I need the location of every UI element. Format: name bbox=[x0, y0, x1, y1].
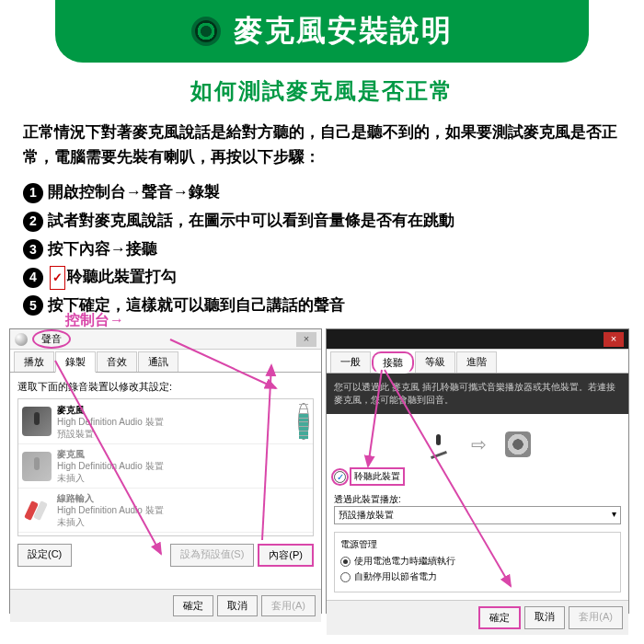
sound-dialog: 控制台→ 聲音 × 播放 錄製 音效 通訊 選取下面的錄音裝置以修改其設定: 麥… bbox=[9, 328, 322, 614]
radio-disable[interactable] bbox=[340, 572, 351, 582]
line-in-icon bbox=[22, 496, 52, 525]
step-num-3: 3 bbox=[23, 239, 43, 259]
level-meter bbox=[298, 403, 309, 440]
hint-text: 您可以透過此 麥克風 插孔聆聽可攜式音樂播放器或其他裝置。若連接麥克風，您可能會… bbox=[327, 374, 628, 414]
list-item[interactable]: 線路輸入 High Definition Audio 裝置 未插入 bbox=[18, 489, 313, 533]
power-title: 電源管理 bbox=[340, 538, 615, 551]
step-num-4: 4 bbox=[23, 268, 43, 288]
tab-sounds[interactable]: 音效 bbox=[97, 351, 137, 372]
list-item[interactable]: 麥克風 High Definition Audio 裝置 未插入 bbox=[18, 444, 313, 489]
speaker-icon bbox=[505, 431, 531, 457]
control-panel-label: 控制台→ bbox=[65, 311, 124, 330]
step-num-2: 2 bbox=[23, 212, 43, 232]
ok-button[interactable]: 確定 bbox=[173, 595, 213, 616]
tab-listen[interactable]: 接聽 bbox=[372, 351, 414, 374]
step-num-1: 1 bbox=[23, 183, 43, 203]
cancel-button[interactable]: 取消 bbox=[217, 595, 258, 616]
close-icon[interactable]: × bbox=[296, 332, 316, 347]
right-body: ⇨ ✓ 聆聽此裝置 透過此裝置播放: 預設播放裝置 ▾ 電源管理 使用電池電力時… bbox=[327, 414, 628, 600]
dialog-footer: 確定 取消 套用(A) bbox=[327, 600, 628, 635]
tab-advanced[interactable]: 進階 bbox=[456, 351, 497, 373]
mic-icon bbox=[22, 452, 52, 481]
mic-icon bbox=[425, 431, 453, 458]
step-num-5: 5 bbox=[23, 295, 43, 316]
tab-levels[interactable]: 等級 bbox=[415, 351, 455, 373]
titlebar: 聲音 × bbox=[10, 329, 321, 350]
sound-title-highlight: 聲音 bbox=[32, 329, 71, 349]
target-icon bbox=[191, 17, 221, 46]
playback-label: 透過此裝置播放: bbox=[334, 493, 621, 506]
arrow-right-icon: ⇨ bbox=[471, 433, 487, 455]
mic-icon bbox=[22, 407, 52, 436]
apply-button[interactable]: 套用(A) bbox=[261, 595, 316, 616]
subtitle: 如何測試麥克風是否正常 bbox=[0, 76, 644, 106]
tabs-row: 播放 錄製 音效 通訊 bbox=[10, 350, 321, 373]
titlebar-dark: × bbox=[327, 329, 628, 350]
listen-checkbox[interactable]: ✓ bbox=[334, 471, 346, 483]
dialog-body: 選取下面的錄音裝置以修改其設定: 麥克風 High Definition Aud… bbox=[10, 373, 321, 589]
tab-comm[interactable]: 通訊 bbox=[138, 351, 178, 372]
tab-recording[interactable]: 錄製 bbox=[55, 351, 96, 373]
intro-text: 正常情況下對著麥克風說話是給對方聽的，自己是聽不到的，如果要測試麥克風是否正常，… bbox=[0, 120, 644, 169]
mic-properties-dialog: × 一般 接聽 等級 進階 您可以透過此 麥克風 插孔聆聽可攜式音樂播放器或其他… bbox=[326, 328, 629, 614]
dialog-icon bbox=[15, 333, 28, 346]
header-title: 麥克風安裝說明 bbox=[234, 14, 453, 47]
apply-button[interactable]: 套用(A) bbox=[569, 606, 623, 629]
tab-general[interactable]: 一般 bbox=[330, 351, 371, 373]
dialog-footer: 確定 取消 套用(A) bbox=[10, 589, 321, 622]
steps-list: 1開啟控制台→聲音→錄製 2試者對麥克風說話，在圖示中可以看到音量條是否有在跳動… bbox=[0, 178, 644, 319]
step-3: 按下內容→接聽 bbox=[48, 236, 157, 264]
step-2: 試者對麥克風說話，在圖示中可以看到音量條是否有在跳動 bbox=[48, 207, 454, 236]
power-fieldset: 電源管理 使用電池電力時繼續執行 自動停用以節省電力 bbox=[334, 532, 621, 592]
check-icon: ✓ bbox=[50, 266, 65, 289]
radio-continue[interactable] bbox=[340, 557, 351, 567]
properties-button[interactable]: 內容(P) bbox=[258, 544, 314, 567]
cancel-button[interactable]: 取消 bbox=[524, 606, 565, 629]
tabs-row: 一般 接聽 等級 進階 bbox=[327, 350, 628, 374]
header-banner: 麥克風安裝說明 bbox=[55, 0, 589, 63]
close-icon[interactable]: × bbox=[604, 332, 624, 347]
listen-label: 聆聽此裝置 bbox=[350, 467, 405, 486]
body-label: 選取下面的錄音裝置以修改其設定: bbox=[17, 380, 314, 394]
list-item[interactable]: 麥克風 High Definition Audio 裝置 預設裝置 bbox=[18, 399, 313, 444]
tab-playback[interactable]: 播放 bbox=[14, 351, 54, 372]
config-button[interactable]: 設定(C) bbox=[17, 544, 72, 567]
playback-select[interactable]: 預設播放裝置 ▾ bbox=[334, 506, 621, 524]
chevron-down-icon: ▾ bbox=[612, 509, 616, 522]
device-list: 麥克風 High Definition Audio 裝置 預設裝置 麥克風 Hi bbox=[17, 398, 314, 536]
step-1: 開啟控制台→聲音→錄製 bbox=[48, 178, 220, 207]
default-button[interactable]: 設為預設值(S) bbox=[170, 544, 255, 567]
ok-button[interactable]: 確定 bbox=[478, 606, 521, 629]
step-4: ✓聆聽此裝置打勾 bbox=[48, 263, 177, 292]
